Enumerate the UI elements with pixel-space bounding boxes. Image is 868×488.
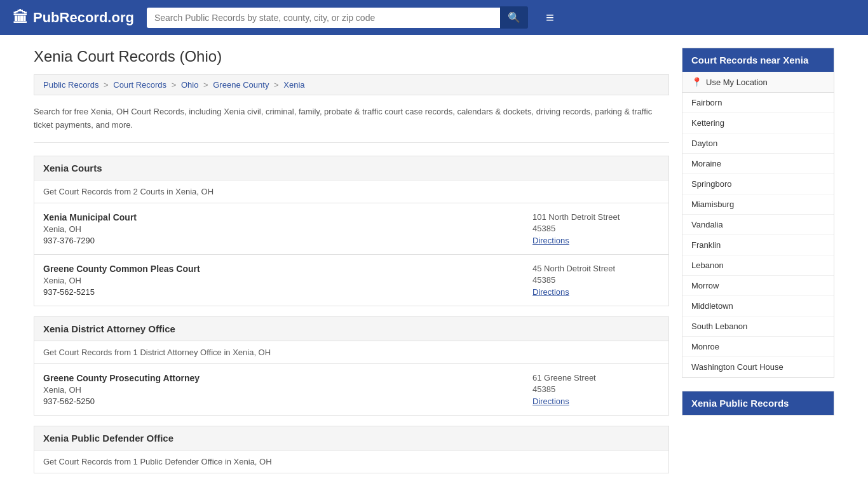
section-courts-sub: Get Court Records from 2 Courts in Xenia… bbox=[34, 180, 669, 203]
sidebar: Court Records near Xenia 📍 Use My Locati… bbox=[682, 48, 834, 484]
search-button[interactable]: 🔍 bbox=[500, 6, 528, 29]
sidebar-item-south-lebanon[interactable]: South Lebanon bbox=[682, 316, 834, 337]
record-city-common-pleas: Xenia, OH bbox=[43, 276, 532, 285]
record-city-xenia-municipal: Xenia, OH bbox=[43, 224, 532, 234]
record-right-common-pleas: 45 North Detroit Street 45385 Directions bbox=[532, 264, 660, 297]
breadcrumb-sep-1: > bbox=[104, 80, 111, 90]
record-name-xenia-municipal: Xenia Municipal Court bbox=[43, 212, 532, 222]
location-icon: 📍 bbox=[691, 77, 702, 87]
record-phone-xenia-municipal: 937-376-7290 bbox=[43, 236, 532, 245]
sidebar-item-moraine[interactable]: Moraine bbox=[682, 154, 834, 174]
section-defender-header: Xenia Public Defender Office bbox=[34, 426, 669, 451]
section-da: Xenia District Attorney Office Get Court… bbox=[34, 316, 669, 416]
breadcrumb-sep-4: > bbox=[274, 80, 281, 90]
directions-link-xenia-municipal[interactable]: Directions bbox=[532, 236, 569, 245]
main-content: Xenia Court Records (Ohio) Public Record… bbox=[34, 48, 669, 484]
record-left-xenia-municipal: Xenia Municipal Court Xenia, OH 937-376-… bbox=[43, 212, 532, 245]
sidebar-item-morrow[interactable]: Morrow bbox=[682, 276, 834, 296]
record-left-prosecuting: Greene County Prosecuting Attorney Xenia… bbox=[43, 373, 532, 406]
record-name-prosecuting: Greene County Prosecuting Attorney bbox=[43, 373, 532, 383]
page-title: Xenia Court Records (Ohio) bbox=[34, 48, 669, 65]
search-bar: 🔍 bbox=[147, 6, 528, 29]
record-city-prosecuting: Xenia, OH bbox=[43, 385, 532, 395]
breadcrumb-xenia[interactable]: Xenia bbox=[283, 80, 304, 90]
sidebar-use-location[interactable]: 📍 Use My Location bbox=[682, 72, 834, 93]
section-courts-header: Xenia Courts bbox=[34, 156, 669, 180]
record-address-common-pleas: 45 North Detroit Street bbox=[532, 264, 660, 273]
sidebar-item-franklin[interactable]: Franklin bbox=[682, 235, 834, 255]
breadcrumb-sep-2: > bbox=[172, 80, 179, 90]
search-input[interactable] bbox=[147, 8, 500, 28]
main-container: Xenia Court Records (Ohio) Public Record… bbox=[21, 35, 847, 488]
record-address-xenia-municipal: 101 North Detroit Street bbox=[532, 212, 660, 222]
record-name-common-pleas: Greene County Common Pleas Court bbox=[43, 264, 532, 274]
site-logo[interactable]: 🏛 PubRecord.org bbox=[13, 9, 134, 27]
section-da-sub: Get Court Records from 1 District Attorn… bbox=[34, 341, 669, 364]
sidebar-item-vandalia[interactable]: Vandalia bbox=[682, 215, 834, 235]
menu-icon: ≡ bbox=[546, 10, 554, 25]
section-da-header: Xenia District Attorney Office bbox=[34, 316, 669, 341]
sidebar-item-kettering[interactable]: Kettering bbox=[682, 113, 834, 133]
record-right-prosecuting: 61 Greene Street 45385 Directions bbox=[532, 373, 660, 406]
menu-button[interactable]: ≡ bbox=[541, 7, 559, 29]
sidebar-item-fairborn[interactable]: Fairborn bbox=[682, 93, 834, 113]
sidebar-public-records-box: Xenia Public Records bbox=[682, 391, 834, 416]
sidebar-item-washington-court-house[interactable]: Washington Court House bbox=[682, 357, 834, 377]
record-zip-xenia-municipal: 45385 bbox=[532, 224, 660, 233]
record-zip-common-pleas: 45385 bbox=[532, 275, 660, 285]
breadcrumb-public-records[interactable]: Public Records bbox=[43, 80, 98, 90]
section-defender-sub: Get Court Records from 1 Public Defender… bbox=[34, 451, 669, 473]
logo-icon: 🏛 bbox=[13, 9, 28, 27]
logo-text: PubRecord.org bbox=[33, 10, 134, 26]
breadcrumb-court-records[interactable]: Court Records bbox=[113, 80, 166, 90]
sidebar-nearby-box: Court Records near Xenia 📍 Use My Locati… bbox=[682, 48, 834, 378]
record-phone-prosecuting: 937-562-5250 bbox=[43, 396, 532, 406]
breadcrumb-ohio[interactable]: Ohio bbox=[181, 80, 198, 90]
sidebar-item-lebanon[interactable]: Lebanon bbox=[682, 255, 834, 276]
sidebar-item-dayton[interactable]: Dayton bbox=[682, 133, 834, 154]
breadcrumb-greene-county[interactable]: Greene County bbox=[213, 80, 269, 90]
record-zip-prosecuting: 45385 bbox=[532, 384, 660, 394]
use-location-label: Use My Location bbox=[706, 78, 768, 87]
sidebar-nearby-title: Court Records near Xenia bbox=[682, 48, 834, 72]
record-common-pleas: Greene County Common Pleas Court Xenia, … bbox=[34, 255, 669, 306]
record-prosecuting-attorney: Greene County Prosecuting Attorney Xenia… bbox=[34, 364, 669, 416]
record-address-prosecuting: 61 Greene Street bbox=[532, 373, 660, 383]
sidebar-item-monroe[interactable]: Monroe bbox=[682, 337, 834, 357]
breadcrumb: Public Records > Court Records > Ohio > … bbox=[34, 74, 669, 95]
record-xenia-municipal: Xenia Municipal Court Xenia, OH 937-376-… bbox=[34, 203, 669, 255]
directions-link-common-pleas[interactable]: Directions bbox=[532, 287, 569, 297]
sidebar-item-middletown[interactable]: Middletown bbox=[682, 296, 834, 316]
sidebar-item-miamisburg[interactable]: Miamisburg bbox=[682, 194, 834, 215]
section-courts: Xenia Courts Get Court Records from 2 Co… bbox=[34, 156, 669, 306]
sidebar-public-records-title: Xenia Public Records bbox=[682, 391, 834, 415]
sidebar-item-springboro[interactable]: Springboro bbox=[682, 174, 834, 194]
site-header: 🏛 PubRecord.org 🔍 ≡ bbox=[0, 0, 868, 35]
record-left-common-pleas: Greene County Common Pleas Court Xenia, … bbox=[43, 264, 532, 297]
record-right-xenia-municipal: 101 North Detroit Street 45385 Direction… bbox=[532, 212, 660, 245]
page-description: Search for free Xenia, OH Court Records,… bbox=[34, 105, 669, 143]
record-phone-common-pleas: 937-562-5215 bbox=[43, 287, 532, 297]
directions-link-prosecuting[interactable]: Directions bbox=[532, 396, 569, 406]
breadcrumb-sep-3: > bbox=[203, 80, 210, 90]
section-defender: Xenia Public Defender Office Get Court R… bbox=[34, 426, 669, 473]
